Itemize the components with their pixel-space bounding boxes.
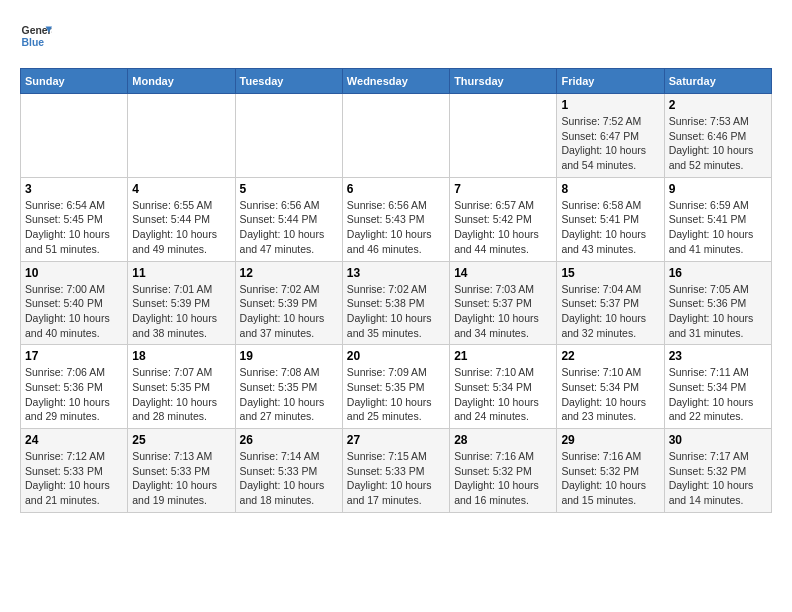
logo: General Blue: [20, 20, 52, 52]
calendar-cell: 15Sunrise: 7:04 AM Sunset: 5:37 PM Dayli…: [557, 261, 664, 345]
calendar-cell: 30Sunrise: 7:17 AM Sunset: 5:32 PM Dayli…: [664, 429, 771, 513]
day-number: 6: [347, 182, 445, 196]
day-number: 11: [132, 266, 230, 280]
day-number: 3: [25, 182, 123, 196]
calendar-cell: 9Sunrise: 6:59 AM Sunset: 5:41 PM Daylig…: [664, 177, 771, 261]
weekday-header: Saturday: [664, 69, 771, 94]
page-header: General Blue: [20, 20, 772, 52]
calendar-cell: 11Sunrise: 7:01 AM Sunset: 5:39 PM Dayli…: [128, 261, 235, 345]
day-info: Sunrise: 7:08 AM Sunset: 5:35 PM Dayligh…: [240, 365, 338, 424]
calendar-table: SundayMondayTuesdayWednesdayThursdayFrid…: [20, 68, 772, 513]
calendar-week-row: 24Sunrise: 7:12 AM Sunset: 5:33 PM Dayli…: [21, 429, 772, 513]
day-info: Sunrise: 6:59 AM Sunset: 5:41 PM Dayligh…: [669, 198, 767, 257]
day-info: Sunrise: 7:14 AM Sunset: 5:33 PM Dayligh…: [240, 449, 338, 508]
day-info: Sunrise: 7:05 AM Sunset: 5:36 PM Dayligh…: [669, 282, 767, 341]
calendar-cell: 1Sunrise: 7:52 AM Sunset: 6:47 PM Daylig…: [557, 94, 664, 178]
calendar-cell: 3Sunrise: 6:54 AM Sunset: 5:45 PM Daylig…: [21, 177, 128, 261]
calendar-cell: 6Sunrise: 6:56 AM Sunset: 5:43 PM Daylig…: [342, 177, 449, 261]
day-info: Sunrise: 7:11 AM Sunset: 5:34 PM Dayligh…: [669, 365, 767, 424]
calendar-header: SundayMondayTuesdayWednesdayThursdayFrid…: [21, 69, 772, 94]
day-number: 27: [347, 433, 445, 447]
calendar-cell: 12Sunrise: 7:02 AM Sunset: 5:39 PM Dayli…: [235, 261, 342, 345]
day-number: 30: [669, 433, 767, 447]
calendar-cell: 25Sunrise: 7:13 AM Sunset: 5:33 PM Dayli…: [128, 429, 235, 513]
day-info: Sunrise: 7:02 AM Sunset: 5:39 PM Dayligh…: [240, 282, 338, 341]
calendar-cell: [235, 94, 342, 178]
calendar-cell: [21, 94, 128, 178]
calendar-cell: 22Sunrise: 7:10 AM Sunset: 5:34 PM Dayli…: [557, 345, 664, 429]
weekday-header: Thursday: [450, 69, 557, 94]
day-info: Sunrise: 7:13 AM Sunset: 5:33 PM Dayligh…: [132, 449, 230, 508]
day-number: 29: [561, 433, 659, 447]
calendar-cell: [342, 94, 449, 178]
day-number: 14: [454, 266, 552, 280]
day-number: 25: [132, 433, 230, 447]
calendar-week-row: 3Sunrise: 6:54 AM Sunset: 5:45 PM Daylig…: [21, 177, 772, 261]
day-number: 16: [669, 266, 767, 280]
day-info: Sunrise: 7:10 AM Sunset: 5:34 PM Dayligh…: [561, 365, 659, 424]
day-info: Sunrise: 7:16 AM Sunset: 5:32 PM Dayligh…: [561, 449, 659, 508]
day-info: Sunrise: 7:07 AM Sunset: 5:35 PM Dayligh…: [132, 365, 230, 424]
day-info: Sunrise: 7:03 AM Sunset: 5:37 PM Dayligh…: [454, 282, 552, 341]
day-number: 12: [240, 266, 338, 280]
day-info: Sunrise: 6:58 AM Sunset: 5:41 PM Dayligh…: [561, 198, 659, 257]
day-info: Sunrise: 6:55 AM Sunset: 5:44 PM Dayligh…: [132, 198, 230, 257]
calendar-cell: 14Sunrise: 7:03 AM Sunset: 5:37 PM Dayli…: [450, 261, 557, 345]
day-info: Sunrise: 6:56 AM Sunset: 5:43 PM Dayligh…: [347, 198, 445, 257]
header-row: SundayMondayTuesdayWednesdayThursdayFrid…: [21, 69, 772, 94]
calendar-cell: 21Sunrise: 7:10 AM Sunset: 5:34 PM Dayli…: [450, 345, 557, 429]
day-number: 2: [669, 98, 767, 112]
calendar-cell: 23Sunrise: 7:11 AM Sunset: 5:34 PM Dayli…: [664, 345, 771, 429]
day-number: 5: [240, 182, 338, 196]
calendar-cell: 13Sunrise: 7:02 AM Sunset: 5:38 PM Dayli…: [342, 261, 449, 345]
calendar-cell: 18Sunrise: 7:07 AM Sunset: 5:35 PM Dayli…: [128, 345, 235, 429]
day-number: 10: [25, 266, 123, 280]
weekday-header: Monday: [128, 69, 235, 94]
logo-icon: General Blue: [20, 20, 52, 52]
calendar-cell: 28Sunrise: 7:16 AM Sunset: 5:32 PM Dayli…: [450, 429, 557, 513]
day-info: Sunrise: 7:17 AM Sunset: 5:32 PM Dayligh…: [669, 449, 767, 508]
calendar-cell: 7Sunrise: 6:57 AM Sunset: 5:42 PM Daylig…: [450, 177, 557, 261]
calendar-cell: 29Sunrise: 7:16 AM Sunset: 5:32 PM Dayli…: [557, 429, 664, 513]
calendar-cell: 19Sunrise: 7:08 AM Sunset: 5:35 PM Dayli…: [235, 345, 342, 429]
day-info: Sunrise: 7:01 AM Sunset: 5:39 PM Dayligh…: [132, 282, 230, 341]
calendar-cell: [450, 94, 557, 178]
day-number: 23: [669, 349, 767, 363]
calendar-week-row: 10Sunrise: 7:00 AM Sunset: 5:40 PM Dayli…: [21, 261, 772, 345]
day-number: 1: [561, 98, 659, 112]
day-number: 17: [25, 349, 123, 363]
day-number: 15: [561, 266, 659, 280]
weekday-header: Tuesday: [235, 69, 342, 94]
day-info: Sunrise: 7:10 AM Sunset: 5:34 PM Dayligh…: [454, 365, 552, 424]
calendar-week-row: 17Sunrise: 7:06 AM Sunset: 5:36 PM Dayli…: [21, 345, 772, 429]
day-info: Sunrise: 7:15 AM Sunset: 5:33 PM Dayligh…: [347, 449, 445, 508]
calendar-cell: 2Sunrise: 7:53 AM Sunset: 6:46 PM Daylig…: [664, 94, 771, 178]
calendar-week-row: 1Sunrise: 7:52 AM Sunset: 6:47 PM Daylig…: [21, 94, 772, 178]
calendar-cell: 26Sunrise: 7:14 AM Sunset: 5:33 PM Dayli…: [235, 429, 342, 513]
calendar-cell: 17Sunrise: 7:06 AM Sunset: 5:36 PM Dayli…: [21, 345, 128, 429]
day-number: 8: [561, 182, 659, 196]
weekday-header: Sunday: [21, 69, 128, 94]
calendar-body: 1Sunrise: 7:52 AM Sunset: 6:47 PM Daylig…: [21, 94, 772, 513]
day-number: 28: [454, 433, 552, 447]
day-number: 20: [347, 349, 445, 363]
day-info: Sunrise: 7:06 AM Sunset: 5:36 PM Dayligh…: [25, 365, 123, 424]
weekday-header: Wednesday: [342, 69, 449, 94]
day-number: 26: [240, 433, 338, 447]
day-info: Sunrise: 6:56 AM Sunset: 5:44 PM Dayligh…: [240, 198, 338, 257]
day-info: Sunrise: 7:12 AM Sunset: 5:33 PM Dayligh…: [25, 449, 123, 508]
day-info: Sunrise: 7:04 AM Sunset: 5:37 PM Dayligh…: [561, 282, 659, 341]
weekday-header: Friday: [557, 69, 664, 94]
day-info: Sunrise: 7:53 AM Sunset: 6:46 PM Dayligh…: [669, 114, 767, 173]
day-number: 19: [240, 349, 338, 363]
day-number: 24: [25, 433, 123, 447]
day-number: 9: [669, 182, 767, 196]
calendar-cell: 10Sunrise: 7:00 AM Sunset: 5:40 PM Dayli…: [21, 261, 128, 345]
day-info: Sunrise: 7:52 AM Sunset: 6:47 PM Dayligh…: [561, 114, 659, 173]
day-info: Sunrise: 6:57 AM Sunset: 5:42 PM Dayligh…: [454, 198, 552, 257]
calendar-cell: 16Sunrise: 7:05 AM Sunset: 5:36 PM Dayli…: [664, 261, 771, 345]
day-info: Sunrise: 7:09 AM Sunset: 5:35 PM Dayligh…: [347, 365, 445, 424]
day-info: Sunrise: 7:16 AM Sunset: 5:32 PM Dayligh…: [454, 449, 552, 508]
day-number: 7: [454, 182, 552, 196]
calendar-cell: 8Sunrise: 6:58 AM Sunset: 5:41 PM Daylig…: [557, 177, 664, 261]
